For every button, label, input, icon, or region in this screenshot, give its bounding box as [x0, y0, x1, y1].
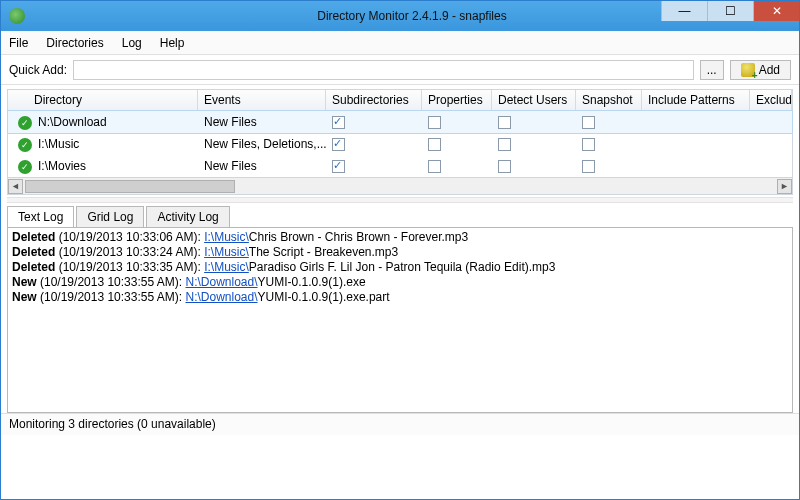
checkbox[interactable] [332, 116, 345, 129]
log-entry: Deleted (10/19/2013 10:33:06 AM): I:\Mus… [12, 230, 788, 245]
scroll-left-arrow[interactable]: ◄ [8, 179, 23, 194]
app-icon [9, 8, 25, 24]
checkbox[interactable] [582, 138, 595, 151]
table-row[interactable]: ✓N:\DownloadNew Files [8, 111, 792, 133]
directory-grid: Directory Events Subdirectories Properti… [1, 85, 799, 195]
col-directory[interactable]: Directory [8, 90, 198, 110]
col-include-patterns[interactable]: Include Patterns [642, 90, 750, 110]
add-button[interactable]: Add [730, 60, 791, 80]
text-log-pane[interactable]: Deleted (10/19/2013 10:33:06 AM): I:\Mus… [7, 227, 793, 413]
menu-help[interactable]: Help [160, 36, 185, 50]
log-path-link[interactable]: I:\Music\ [204, 245, 249, 259]
status-ok-icon: ✓ [18, 138, 32, 152]
tab-activity-log[interactable]: Activity Log [146, 206, 229, 227]
log-panel: Text Log Grid Log Activity Log Deleted (… [1, 205, 799, 413]
statusbar: Monitoring 3 directories (0 unavailable) [1, 413, 799, 435]
add-button-label: Add [759, 63, 780, 77]
grid-header: Directory Events Subdirectories Properti… [7, 89, 793, 111]
status-text: Monitoring 3 directories (0 unavailable) [9, 417, 216, 431]
table-row[interactable]: ✓I:\MoviesNew Files [8, 155, 792, 177]
col-events[interactable]: Events [198, 90, 326, 110]
log-entry: New (10/19/2013 10:33:55 AM): N:\Downloa… [12, 275, 788, 290]
log-path-link[interactable]: I:\Music\ [204, 230, 249, 244]
maximize-button[interactable]: ☐ [707, 1, 753, 21]
col-snapshot[interactable]: Snapshot [576, 90, 642, 110]
col-subdirectories[interactable]: Subdirectories [326, 90, 422, 110]
app-window: Directory Monitor 2.4.1.9 - snapfiles — … [0, 0, 800, 500]
checkbox[interactable] [428, 160, 441, 173]
quick-add-bar: Quick Add: ... Add [1, 55, 799, 85]
scroll-right-arrow[interactable]: ► [777, 179, 792, 194]
col-detect-users[interactable]: Detect Users [492, 90, 576, 110]
checkbox[interactable] [498, 160, 511, 173]
checkbox[interactable] [332, 138, 345, 151]
add-folder-icon [741, 63, 755, 77]
col-exclude-patterns[interactable]: Exclude Pattern [750, 90, 792, 110]
log-path-link[interactable]: N:\Download\ [185, 275, 257, 289]
log-tabstrip: Text Log Grid Log Activity Log [7, 205, 793, 227]
tab-grid-log[interactable]: Grid Log [76, 206, 144, 227]
checkbox[interactable] [498, 116, 511, 129]
menubar: File Directories Log Help [1, 31, 799, 55]
close-button[interactable]: ✕ [753, 1, 799, 21]
status-ok-icon: ✓ [18, 160, 32, 174]
splitter[interactable] [7, 197, 793, 203]
horizontal-scrollbar[interactable]: ◄ ► [7, 178, 793, 195]
checkbox[interactable] [498, 138, 511, 151]
menu-file[interactable]: File [9, 36, 28, 50]
checkbox[interactable] [332, 160, 345, 173]
log-entry: Deleted (10/19/2013 10:33:24 AM): I:\Mus… [12, 245, 788, 260]
minimize-button[interactable]: — [661, 1, 707, 21]
log-path-link[interactable]: N:\Download\ [185, 290, 257, 304]
status-ok-icon: ✓ [18, 116, 32, 130]
quick-add-label: Quick Add: [9, 63, 67, 77]
checkbox[interactable] [582, 116, 595, 129]
browse-button[interactable]: ... [700, 60, 724, 80]
titlebar[interactable]: Directory Monitor 2.4.1.9 - snapfiles — … [1, 1, 799, 31]
col-properties[interactable]: Properties [422, 90, 492, 110]
scroll-thumb[interactable] [25, 180, 235, 193]
quick-add-input[interactable] [73, 60, 694, 80]
checkbox[interactable] [428, 116, 441, 129]
checkbox[interactable] [428, 138, 441, 151]
menu-directories[interactable]: Directories [46, 36, 103, 50]
window-controls: — ☐ ✕ [661, 1, 799, 21]
checkbox[interactable] [582, 160, 595, 173]
grid-body: ✓N:\DownloadNew Files✓I:\MusicNew Files,… [7, 111, 793, 178]
table-row[interactable]: ✓I:\MusicNew Files, Deletions,... [8, 133, 792, 155]
menu-log[interactable]: Log [122, 36, 142, 50]
tab-text-log[interactable]: Text Log [7, 206, 74, 227]
log-path-link[interactable]: I:\Music\ [204, 260, 249, 274]
log-entry: New (10/19/2013 10:33:55 AM): N:\Downloa… [12, 290, 788, 305]
log-entry: Deleted (10/19/2013 10:33:35 AM): I:\Mus… [12, 260, 788, 275]
